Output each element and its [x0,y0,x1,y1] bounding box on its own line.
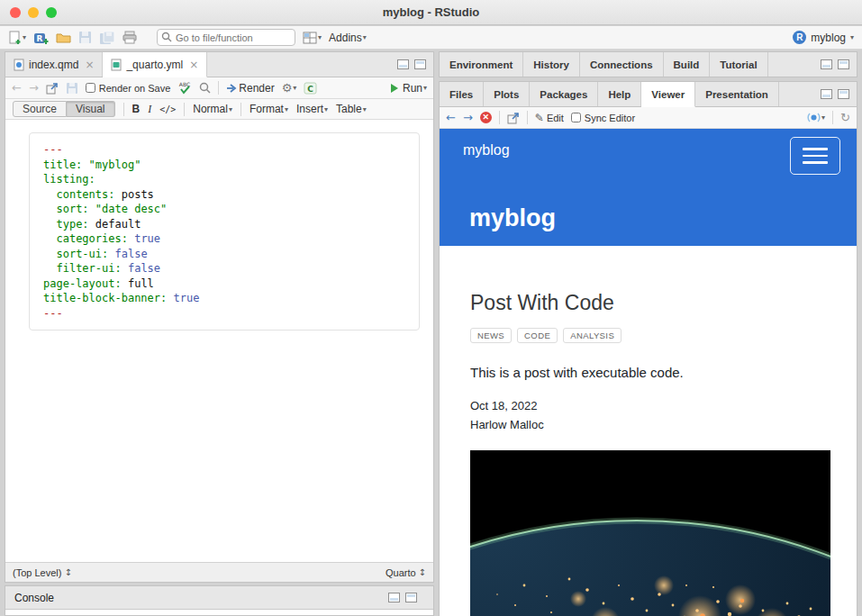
tab-viewer[interactable]: Viewer [641,82,695,107]
site-header: myblog myblog [440,129,857,246]
new-file-button[interactable]: ▾ [8,31,26,45]
visual-editor[interactable]: ---title: "myblog"listing: contents: pos… [5,120,433,562]
site-nav-title[interactable]: myblog [463,142,510,159]
chevron-down-icon: ▾ [850,33,854,41]
search-icon[interactable] [199,82,211,94]
maximize-pane-icon[interactable] [414,59,426,69]
forward-icon[interactable]: → [29,81,39,95]
back-icon[interactable]: ← [446,111,456,124]
tab-index-qmd[interactable]: index.qmd × [5,52,103,77]
minimize-pane-icon[interactable] [821,59,832,69]
format-menu[interactable]: Format ▾ [250,103,288,115]
stop-icon[interactable]: ✕ [480,112,492,123]
source-tabstrip: index.qmd × _quarto.yml × [5,52,433,77]
back-icon[interactable]: ← [12,81,22,95]
scope-label: (Top Level) [13,567,61,578]
post-tag[interactable]: NEWS [470,328,512,343]
forward-icon[interactable]: → [463,111,473,124]
tab-packages[interactable]: Packages [530,82,598,106]
up-down-icon: ↕ [64,567,71,577]
post-hero-image [470,450,830,616]
code-line: contents: posts [43,187,408,203]
tab-connections[interactable]: Connections [580,52,664,77]
insert-menu[interactable]: Insert ▾ [296,103,328,115]
run-button[interactable]: Run ▾ [391,82,427,95]
format-label: Format [250,103,284,115]
maximize-pane-icon[interactable] [838,59,849,69]
scope-selector[interactable]: (Top Level) ↕ [13,567,72,578]
viewer-toolbar: ← → ✕ ✎ Edit Sync Editor ▾ ↻ [440,107,857,129]
minimize-pane-icon[interactable] [388,593,400,602]
table-menu[interactable]: Table ▾ [336,103,367,115]
svg-text:C: C [308,84,314,93]
close-window-button[interactable] [10,7,21,18]
tab-history[interactable]: History [523,52,580,77]
save-all-button[interactable] [99,31,115,45]
source-mode-button[interactable]: Source [13,101,67,117]
edit-label: Edit [547,113,564,123]
tab-plots[interactable]: Plots [484,82,530,106]
chevron-down-icon: ▾ [363,33,367,41]
sync-editor-checkbox[interactable]: Sync Editor [571,113,635,123]
italic-button[interactable]: I [148,103,151,116]
paragraph-style-dropdown[interactable]: Normal ▾ [193,103,232,115]
code-line: categories: true [43,231,408,247]
goto-file-input[interactable] [157,29,295,46]
maximize-pane-icon[interactable] [838,89,849,99]
open-file-button[interactable] [56,31,71,44]
render-options-button[interactable]: ⚙ ▾ [282,82,297,94]
minimize-pane-icon[interactable] [821,89,832,99]
hamburger-menu-button[interactable] [790,137,840,175]
tab-files[interactable]: Files [440,82,484,106]
separator [527,111,528,124]
print-button[interactable] [122,31,137,44]
filetype-selector[interactable]: Quarto ↕ [386,567,426,578]
visual-mode-button[interactable]: Visual [67,101,114,117]
save-button[interactable] [78,31,92,44]
editor-statusbar: (Top Level) ↕ Quarto ↕ [5,562,433,582]
yaml-code-block[interactable]: ---title: "myblog"listing: contents: pos… [29,132,420,331]
render-button[interactable]: Render [226,82,274,95]
tab-help[interactable]: Help [598,82,641,106]
zoom-window-button[interactable] [46,7,57,18]
tab-build[interactable]: Build [664,52,711,77]
pane-layout-icon [303,32,317,44]
render-on-save-checkbox[interactable]: Render on Save [86,83,171,94]
chevron-down-icon: ▾ [318,33,322,41]
post-tag[interactable]: CODE [517,328,558,343]
insert-chunk-button[interactable]: C [304,82,317,95]
post-author: Harlow Malloc [470,415,826,434]
post-tag[interactable]: ANALYSIS [563,328,622,343]
tab-label: index.qmd [29,59,78,71]
maximize-pane-icon[interactable] [405,593,417,602]
minimize-pane-icon[interactable] [397,59,409,69]
close-tab-icon[interactable]: × [85,59,94,71]
chevron-down-icon: ▾ [821,113,825,122]
bold-button[interactable]: B [132,103,141,115]
tab-environment[interactable]: Environment [440,52,523,77]
code-button[interactable]: </> [159,104,176,114]
project-menu[interactable]: R myblog ▾ [793,31,854,44]
new-project-button[interactable]: R [33,31,49,45]
sync-editor-input[interactable] [571,113,581,122]
project-name: myblog [811,32,846,44]
refresh-icon[interactable]: ↻ [840,111,850,124]
publish-button[interactable]: ▾ [807,111,825,124]
open-in-browser-icon[interactable] [507,112,520,124]
render-on-save-input[interactable] [86,83,95,93]
close-tab-icon[interactable]: × [189,59,198,71]
tab-tutorial[interactable]: Tutorial [710,52,767,77]
separator [240,103,241,116]
minimize-window-button[interactable] [28,7,39,18]
save-icon[interactable] [66,82,78,95]
tab-quarto-yml[interactable]: _quarto.yml × [103,52,207,77]
pane-layout-button[interactable]: ▾ [303,32,322,44]
chevron-down-icon: ▾ [423,84,427,92]
hamburger-icon [803,155,828,158]
addins-menu[interactable]: Addins ▾ [329,32,367,44]
open-in-window-icon[interactable] [46,82,59,95]
edit-button[interactable]: ✎ Edit [535,112,564,124]
tab-presentation[interactable]: Presentation [695,82,779,106]
editor-mode-toggle: Source Visual [13,101,115,117]
spellcheck-icon[interactable]: ABC [177,81,192,95]
